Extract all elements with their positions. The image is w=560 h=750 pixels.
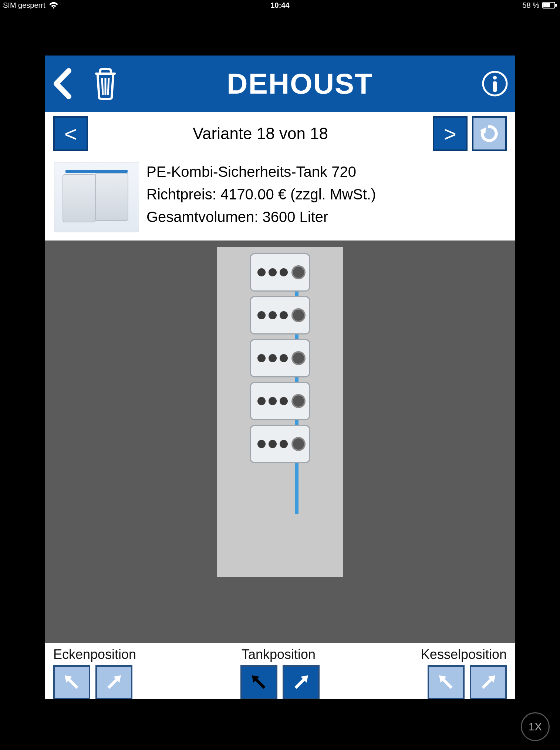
trash-button[interactable] [92,67,118,100]
sim-status: SIM gesperrt [3,1,45,10]
variant-bar: < Variante 18 von 18 > [45,112,515,155]
footer-controls: Eckenposition Tankposition Kesselpositio… [45,643,515,699]
tank-icon [250,253,310,292]
layout-diagram-area[interactable] [45,241,515,643]
kessel-left-button[interactable] [428,665,465,699]
tank-label: Tankposition [242,647,316,662]
ecken-right-button[interactable] [95,665,132,699]
clock: 10:44 [270,1,289,9]
tank-left-button[interactable] [240,665,277,699]
kessel-right-button[interactable] [470,665,507,699]
layout-canvas [217,247,343,577]
info-button[interactable] [482,70,508,97]
svg-rect-1 [555,4,557,7]
tank-icon [250,339,310,377]
svg-rect-2 [543,3,550,7]
battery-percent: 58 % [522,1,539,10]
svg-line-5 [108,78,109,95]
zoom-value: 1X [529,720,542,733]
app-header: DEHOUST [45,56,515,112]
tank-icon [250,382,310,420]
tank-icon [250,425,310,463]
next-variant-button[interactable]: > [433,116,468,151]
reload-button[interactable] [472,116,507,151]
wifi-icon [49,1,58,9]
svg-line-3 [102,78,103,95]
back-button[interactable] [52,68,72,100]
ecken-label: Eckenposition [53,647,136,662]
zoom-indicator[interactable]: 1X [521,712,550,741]
svg-point-7 [493,76,497,80]
battery-icon [542,2,557,9]
product-name: PE-Kombi-Sicherheits-Tank 720 [146,164,376,180]
tank-icon [250,296,310,334]
kessel-label: Kesselposition [421,647,507,662]
product-price: Richtpreis: 4170.00 € (zzgl. MwSt.) [146,186,376,203]
variant-counter: Variante 18 von 18 [95,124,426,143]
tank-right-button[interactable] [283,665,320,699]
product-volume: Gesamtvolumen: 3600 Liter [146,209,376,225]
status-bar: SIM gesperrt 10:44 58 % [0,0,560,10]
brand-logo: DEHOUST [227,67,373,101]
prev-variant-button[interactable]: < [53,116,88,151]
svg-rect-8 [493,81,497,92]
product-thumbnail [54,162,139,232]
ecken-left-button[interactable] [53,665,90,699]
app-frame: DEHOUST < Variante 18 von 18 > PE-Kombi-… [45,56,515,699]
product-summary: PE-Kombi-Sicherheits-Tank 720 Richtpreis… [45,155,515,241]
